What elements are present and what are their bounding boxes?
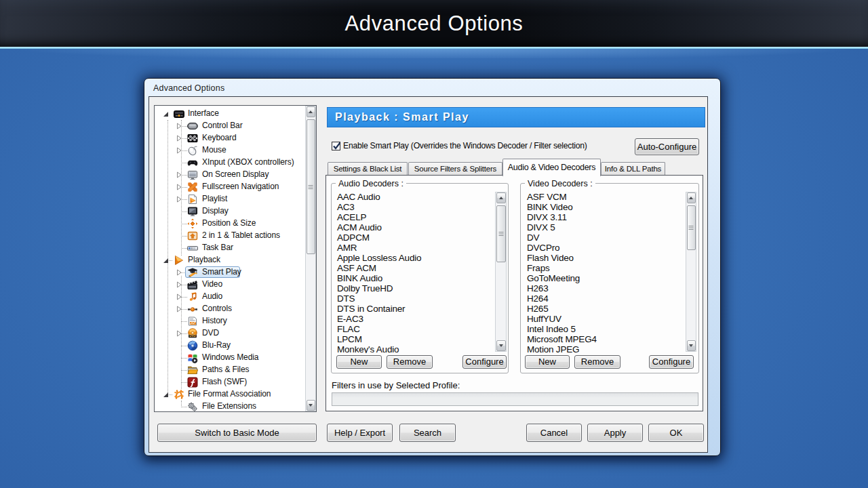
svg-text:DVD: DVD xyxy=(189,334,196,338)
